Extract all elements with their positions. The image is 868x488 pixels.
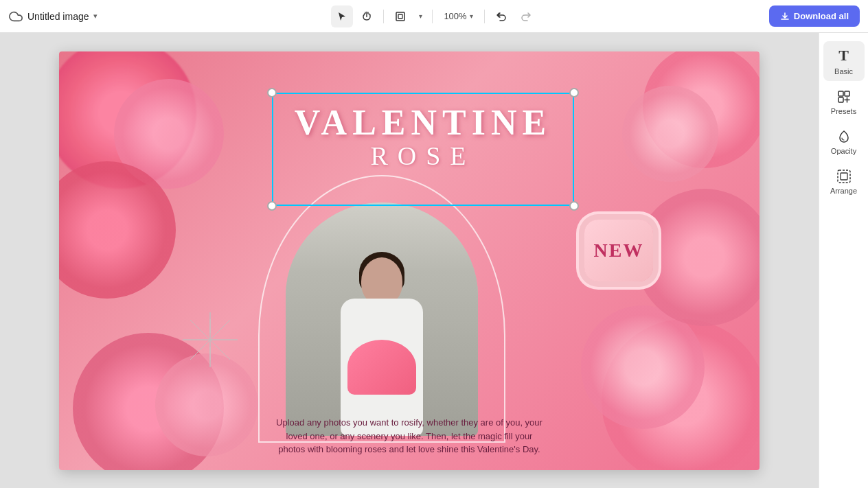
hand-tool-button[interactable] [356, 5, 378, 27]
handle-bottom-right[interactable] [569, 201, 579, 211]
frame-icon [395, 11, 406, 22]
panel-presets-label: Presets [831, 107, 856, 115]
presets-icon [836, 89, 852, 104]
chevron-down-icon: ▾ [419, 12, 422, 20]
new-badge-shape: NEW [584, 220, 653, 281]
handle-top-right[interactable] [569, 88, 579, 97]
panel-opacity-button[interactable]: Opacity [823, 124, 865, 161]
panel-basic-button[interactable]: T Basic [823, 41, 865, 81]
person-body [313, 244, 450, 436]
description-text: Upload any photos you want to rosify, wh… [272, 416, 547, 456]
redo-icon [521, 11, 532, 22]
frame-dropdown-button[interactable]: ▾ [414, 5, 426, 27]
download-label: Download all [794, 11, 849, 21]
zoom-chevron-icon: ▾ [470, 12, 473, 20]
canvas-wrapper: NEW Upload any photos y [59, 51, 760, 470]
hand-icon [361, 11, 372, 22]
right-panel: T Basic Presets Opacity Arrange [819, 33, 868, 488]
download-icon [780, 12, 790, 21]
cursor-icon [336, 11, 347, 22]
chevron-down-icon[interactable]: ▾ [93, 12, 98, 21]
svg-rect-10 [838, 97, 843, 102]
svg-rect-12 [841, 173, 847, 180]
main-layout: NEW Upload any photos y [0, 33, 868, 488]
frame-tool-button[interactable] [389, 5, 411, 27]
zoom-level: 100% [444, 11, 466, 21]
new-badge: NEW [581, 216, 656, 285]
redo-button[interactable] [515, 5, 537, 27]
panel-arrange-label: Arrange [830, 187, 857, 195]
star-decoration [183, 312, 238, 367]
canvas-area: NEW Upload any photos y [0, 33, 819, 488]
topbar-center: ▾ 100% ▾ [331, 5, 536, 27]
svg-rect-9 [845, 91, 849, 96]
divider2 [432, 10, 433, 23]
topbar: Untitled image ▾ ▾ 1 [0, 0, 868, 33]
topbar-right: Download all [542, 5, 860, 27]
divider3 [484, 10, 485, 23]
cloud-icon [8, 9, 23, 24]
svg-rect-11 [838, 170, 850, 183]
undo-icon [496, 11, 507, 22]
select-tool-button[interactable] [331, 5, 353, 27]
divider [383, 10, 384, 23]
flowers-bunch [347, 340, 416, 395]
rose-decoration-tr2 [622, 86, 718, 182]
zoom-button[interactable]: 100% ▾ [438, 8, 478, 24]
panel-presets-button[interactable]: Presets [823, 84, 865, 121]
description-content: Upload any photos you want to rosify, wh… [276, 417, 542, 454]
panel-opacity-label: Opacity [831, 147, 856, 155]
new-badge-text: NEW [594, 240, 644, 262]
undo-button[interactable] [490, 5, 512, 27]
download-all-button[interactable]: Download all [769, 5, 860, 27]
svg-rect-8 [838, 91, 843, 96]
panel-arrange-button[interactable]: Arrange [823, 163, 865, 200]
handle-top-left[interactable] [267, 88, 277, 97]
photo-area[interactable] [286, 202, 478, 436]
title-text-box[interactable]: VALENTINE ROSE [272, 93, 574, 206]
panel-basic-label: Basic [834, 67, 853, 75]
svg-rect-0 [396, 12, 404, 21]
doc-title: Untitled image [27, 11, 89, 22]
handle-bottom-left[interactable] [267, 201, 277, 211]
opacity-icon [836, 129, 852, 144]
rose-decoration-bl2 [155, 353, 258, 456]
selection-border [272, 93, 574, 206]
topbar-left: Untitled image ▾ [8, 9, 326, 24]
photo-person [286, 202, 478, 436]
arrange-icon [836, 169, 852, 184]
basic-icon: T [838, 47, 849, 65]
canvas[interactable]: NEW Upload any photos y [59, 51, 760, 470]
svg-rect-1 [398, 14, 402, 19]
